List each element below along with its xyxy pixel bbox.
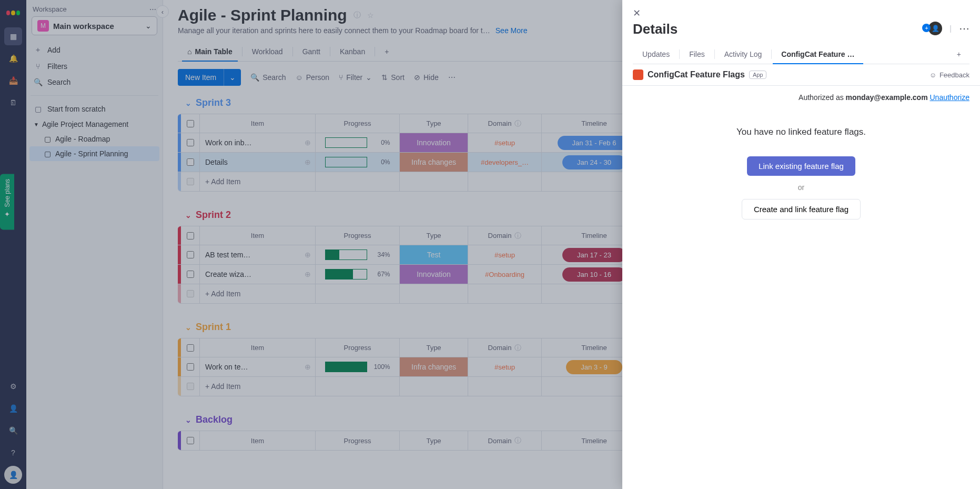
close-icon[interactable]: ✕ <box>633 7 969 19</box>
unauthorize-link[interactable]: Unauthorize <box>930 93 970 102</box>
panel-tabs: Updates Files Activity Log ConfigCat Fea… <box>633 45 969 64</box>
auth-line: Authorized as monday@example.com Unautho… <box>633 93 969 102</box>
configcat-icon <box>633 69 643 80</box>
panel-tab-files[interactable]: Files <box>680 45 714 64</box>
panel-tab-add[interactable]: + <box>948 45 969 64</box>
panel-tab-updates[interactable]: Updates <box>633 45 679 64</box>
create-feature-flag-button[interactable]: Create and link feature flag <box>742 199 861 219</box>
panel-app-header: ConfigCat Feature Flags App <box>633 69 766 80</box>
empty-message: You have no linked feature flags. <box>633 127 969 137</box>
feedback-button[interactable]: ☺ Feedback <box>930 71 969 79</box>
panel-app-name: ConfigCat Feature Flags <box>648 70 745 79</box>
panel-tab-configcat[interactable]: ConfigCat Feature … <box>772 45 864 64</box>
feedback-icon: ☺ <box>930 71 936 79</box>
panel-avatar[interactable]: +👤 <box>928 22 942 35</box>
add-member-icon[interactable]: + <box>922 24 931 32</box>
link-feature-flag-button[interactable]: Link existing feature flag <box>747 156 855 176</box>
or-label: or <box>633 183 969 192</box>
panel-more-icon[interactable]: ⋯ <box>959 22 969 35</box>
panel-title: Details <box>633 21 678 37</box>
panel-tab-activity[interactable]: Activity Log <box>715 45 772 64</box>
app-badge: App <box>749 71 767 79</box>
details-panel: ✕ Details +👤 | ⋯ Updates Files Activity … <box>622 0 980 489</box>
auth-email: monday@example.com <box>846 93 928 102</box>
